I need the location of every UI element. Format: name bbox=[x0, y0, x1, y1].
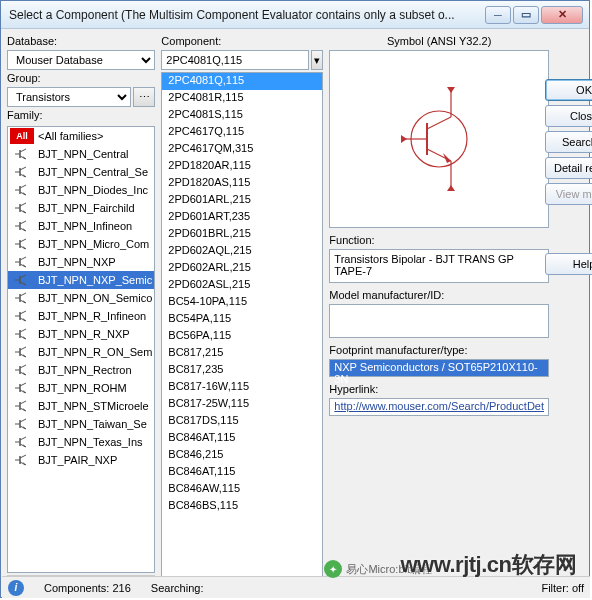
family-item[interactable]: BJT_NPN_Central_Se bbox=[8, 163, 154, 181]
hyperlink-text[interactable]: http://www.mouser.com/Search/ProductDet bbox=[329, 398, 549, 416]
minimize-button[interactable]: ─ bbox=[485, 6, 511, 24]
family-item[interactable]: BJT_PAIR_NXP bbox=[8, 451, 154, 469]
family-item[interactable]: BJT_NPN_R_Infineon bbox=[8, 307, 154, 325]
svg-line-22 bbox=[20, 221, 26, 224]
component-item[interactable]: BC54PA,115 bbox=[162, 311, 322, 328]
family-item[interactable]: BJT_NPN_STMicroele bbox=[8, 397, 154, 415]
component-item[interactable]: BC846AW,115 bbox=[162, 481, 322, 498]
group-select[interactable]: Transistors bbox=[7, 87, 131, 107]
family-item-label: BJT_NPN_Infineon bbox=[38, 220, 132, 232]
family-item-label: BJT_NPN_Central_Se bbox=[38, 166, 148, 178]
maximize-button[interactable]: ▭ bbox=[513, 6, 539, 24]
component-item[interactable]: BC846AT,115 bbox=[162, 430, 322, 447]
ok-button[interactable]: OK bbox=[545, 79, 592, 101]
view-model-button[interactable]: View model bbox=[545, 183, 592, 205]
family-item[interactable]: BJT_NPN_Infineon bbox=[8, 217, 154, 235]
family-item-label: BJT_PAIR_NXP bbox=[38, 454, 117, 466]
family-item[interactable]: BJT_NPN_ON_Semico bbox=[8, 289, 154, 307]
component-item[interactable]: 2PC4081R,115 bbox=[162, 90, 322, 107]
family-item-label: BJT_NPN_ROHM bbox=[38, 382, 127, 394]
component-item[interactable]: 2PD602ASL,215 bbox=[162, 277, 322, 294]
svg-line-47 bbox=[20, 311, 26, 314]
component-item[interactable]: BC817-25W,115 bbox=[162, 396, 322, 413]
component-item[interactable]: BC817-16W,115 bbox=[162, 379, 322, 396]
component-item[interactable]: 2PD1820AS,115 bbox=[162, 175, 322, 192]
component-item[interactable]: 2PC4081S,115 bbox=[162, 107, 322, 124]
svg-marker-98 bbox=[447, 87, 455, 93]
footprint-text[interactable]: NXP Semiconductors / SOT65P210X110-3N bbox=[329, 359, 549, 377]
transistor-icon bbox=[10, 326, 34, 342]
model-label: Model manufacturer/ID: bbox=[329, 289, 592, 301]
component-filter-button[interactable]: ▾ bbox=[311, 50, 323, 70]
transistor-icon bbox=[10, 308, 34, 324]
component-input[interactable] bbox=[161, 50, 309, 70]
component-item[interactable]: 2PD601ART,235 bbox=[162, 209, 322, 226]
family-item-label: BJT_NPN_NXP bbox=[38, 256, 116, 268]
transistor-icon bbox=[10, 182, 34, 198]
family-item[interactable]: BJT_NPN_Micro_Com bbox=[8, 235, 154, 253]
family-item[interactable]: BJT_NPN_Texas_Ins bbox=[8, 433, 154, 451]
status-components: Components: 216 bbox=[44, 582, 131, 594]
svg-line-72 bbox=[20, 401, 26, 404]
family-item[interactable]: BJT_NPN_Central bbox=[8, 145, 154, 163]
component-item[interactable]: BC846AT,115 bbox=[162, 464, 322, 481]
component-item[interactable]: 2PC4617QM,315 bbox=[162, 141, 322, 158]
close-window-button[interactable]: ✕ bbox=[541, 6, 583, 24]
search-button[interactable]: Search... bbox=[545, 131, 592, 153]
svg-line-27 bbox=[20, 239, 26, 242]
status-searching: Searching: bbox=[151, 582, 204, 594]
detail-report-button[interactable]: Detail report bbox=[545, 157, 592, 179]
model-text bbox=[329, 304, 549, 338]
family-item-label: BJT_NPN_R_Infineon bbox=[38, 310, 146, 322]
component-item[interactable]: BC846BS,115 bbox=[162, 498, 322, 515]
component-item[interactable]: 2PC4081Q,115 bbox=[162, 73, 322, 90]
svg-line-42 bbox=[20, 293, 26, 296]
component-item[interactable]: 2PC4617Q,115 bbox=[162, 124, 322, 141]
status-filter: Filter: off bbox=[541, 582, 584, 594]
family-item[interactable]: BJT_NPN_NXP bbox=[8, 253, 154, 271]
family-item[interactable]: BJT_NPN_R_NXP bbox=[8, 325, 154, 343]
svg-line-7 bbox=[20, 167, 26, 170]
group-label: Group: bbox=[7, 72, 155, 84]
family-label: Family: bbox=[7, 109, 155, 121]
component-item[interactable]: BC817,215 bbox=[162, 345, 322, 362]
svg-line-77 bbox=[20, 419, 26, 422]
component-item[interactable]: BC56PA,115 bbox=[162, 328, 322, 345]
family-item[interactable]: BJT_NPN_Taiwan_Se bbox=[8, 415, 154, 433]
component-item[interactable]: BC817DS,115 bbox=[162, 413, 322, 430]
component-item[interactable]: 2PD602ARL,215 bbox=[162, 260, 322, 277]
family-item-label: BJT_NPN_Micro_Com bbox=[38, 238, 149, 250]
window-title: Select a Component (The Multisim Compone… bbox=[7, 8, 485, 22]
transistor-icon bbox=[10, 416, 34, 432]
component-item[interactable]: BC846,215 bbox=[162, 447, 322, 464]
family-item[interactable]: BJT_NPN_ROHM bbox=[8, 379, 154, 397]
help-button[interactable]: Help bbox=[545, 253, 592, 275]
info-icon: i bbox=[8, 580, 24, 596]
symbol-label: Symbol (ANSI Y32.2) bbox=[329, 35, 549, 47]
component-item[interactable]: BC54-10PA,115 bbox=[162, 294, 322, 311]
family-item[interactable]: All<All families> bbox=[8, 127, 154, 145]
close-button[interactable]: Close bbox=[545, 105, 592, 127]
family-list[interactable]: All<All families>BJT_NPN_CentralBJT_NPN_… bbox=[7, 126, 155, 573]
family-item[interactable]: BJT_NPN_Fairchild bbox=[8, 199, 154, 217]
component-item[interactable]: BC817,235 bbox=[162, 362, 322, 379]
component-item[interactable]: 2PD1820AR,115 bbox=[162, 158, 322, 175]
footprint-label: Footprint manufacturer/type: bbox=[329, 344, 592, 356]
hyperlink-label: Hyperlink: bbox=[329, 383, 592, 395]
family-item[interactable]: BJT_NPN_R_ON_Sem bbox=[8, 343, 154, 361]
svg-line-67 bbox=[20, 383, 26, 386]
svg-line-93 bbox=[427, 117, 451, 129]
database-select[interactable]: Mouser Database bbox=[7, 50, 155, 70]
svg-line-82 bbox=[20, 437, 26, 440]
component-item[interactable]: 2PD601BRL,215 bbox=[162, 226, 322, 243]
transistor-icon bbox=[10, 344, 34, 360]
component-item[interactable]: 2PD602AQL,215 bbox=[162, 243, 322, 260]
family-item[interactable]: BJT_NPN_Diodes_Inc bbox=[8, 181, 154, 199]
group-filter-button[interactable]: ⋯ bbox=[133, 87, 155, 107]
family-item[interactable]: BJT_NPN_Rectron bbox=[8, 361, 154, 379]
family-item[interactable]: BJT_NPN_NXP_Semic bbox=[8, 271, 154, 289]
titlebar: Select a Component (The Multisim Compone… bbox=[1, 1, 589, 29]
component-list[interactable]: 2PC4081Q,1152PC4081R,1152PC4081S,1152PC4… bbox=[161, 72, 323, 591]
component-item[interactable]: 2PD601ARL,215 bbox=[162, 192, 322, 209]
symbol-preview bbox=[329, 50, 549, 228]
